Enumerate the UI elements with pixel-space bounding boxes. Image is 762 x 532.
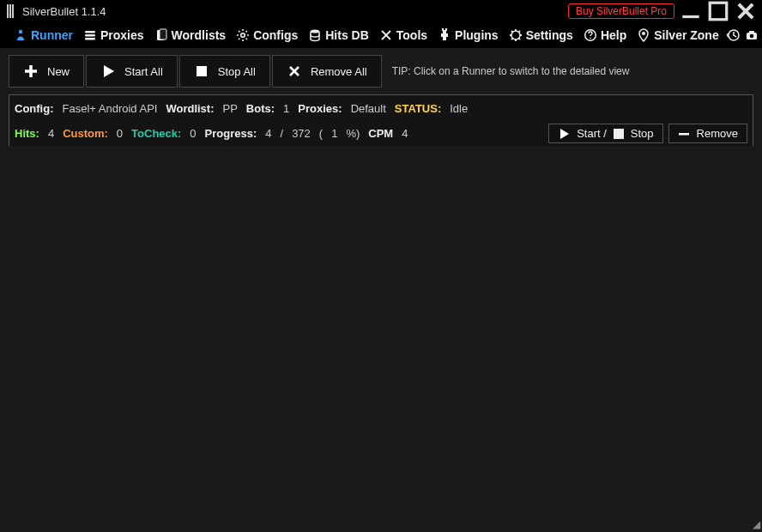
status-row-1: Config: Fasel+ Android API Wordlist: PP … — [15, 102, 747, 115]
button-label: Stop All — [218, 65, 256, 78]
svg-rect-4 — [85, 34, 95, 37]
progress-current: 4 — [265, 127, 271, 140]
nav-label: Settings — [526, 28, 573, 42]
svg-rect-23 — [197, 66, 207, 76]
bots-label: Bots: — [246, 102, 275, 115]
svg-point-12 — [513, 33, 517, 37]
start-all-button[interactable]: Start All — [86, 55, 178, 88]
play-icon — [100, 63, 116, 79]
nav-plugins[interactable]: Plugins — [434, 27, 502, 44]
button-label: New — [47, 65, 70, 78]
tools-icon — [379, 28, 393, 42]
nav-label: Wordlists — [172, 28, 227, 42]
titlebar: SilverBullet 1.1.4 Buy SilverBullet Pro — [0, 0, 762, 22]
svg-point-20 — [749, 33, 753, 38]
svg-rect-11 — [445, 28, 447, 31]
plus-icon — [23, 63, 39, 79]
buy-pro-button[interactable]: Buy SilverBullet Pro — [568, 3, 674, 19]
close-button[interactable] — [735, 0, 757, 22]
progress-total: 372 — [292, 127, 311, 140]
stop-icon — [194, 63, 209, 79]
start-stop-button[interactable]: Start / Stop — [548, 124, 662, 143]
status-value: Idle — [450, 102, 468, 115]
app-logo-icon — [7, 4, 14, 18]
bots-value: 1 — [283, 102, 289, 115]
progress-pct-sym: %) — [346, 127, 360, 140]
nav-proxies[interactable]: Proxies — [80, 27, 148, 44]
svg-point-9 — [311, 29, 319, 33]
nav-silver-zone[interactable]: Silver Zone — [633, 27, 722, 44]
nav-configs[interactable]: Configs — [233, 27, 301, 44]
nav-label: Runner — [31, 28, 73, 42]
cpm-value: 4 — [402, 127, 408, 140]
wordlists-icon — [154, 28, 168, 42]
plugins-icon — [438, 28, 451, 42]
new-button[interactable]: New — [9, 55, 84, 88]
nav-settings[interactable]: Settings — [505, 27, 577, 44]
progress-label: Progress: — [205, 127, 257, 140]
svg-rect-3 — [85, 31, 95, 33]
svg-rect-5 — [85, 38, 95, 40]
proxies-label: Proxies: — [298, 102, 342, 115]
config-label: Config: — [15, 102, 53, 115]
nav-label: Plugins — [455, 28, 499, 42]
work-area — [0, 146, 762, 532]
svg-point-16 — [642, 32, 645, 35]
stop-all-button[interactable]: Stop All — [179, 55, 270, 88]
svg-rect-7 — [160, 29, 166, 39]
nav-bar: Runner Proxies Wordlists Configs Hits DB… — [0, 22, 762, 48]
wordlist-label: Wordlist: — [166, 102, 214, 115]
remove-all-button[interactable]: Remove All — [272, 55, 382, 88]
maximize-button[interactable] — [707, 0, 729, 22]
status-label: STATUS: — [395, 102, 441, 115]
hits-label: Hits: — [15, 127, 39, 140]
custom-label: Custom: — [63, 127, 108, 140]
nav-tools[interactable]: Tools — [376, 27, 431, 44]
nav-hits-db[interactable]: Hits DB — [305, 27, 372, 44]
app-title: SilverBullet 1.1.4 — [22, 5, 106, 18]
tocheck-label: ToCheck: — [131, 127, 181, 140]
hits-value: 4 — [48, 127, 54, 140]
nav-label: Hits DB — [325, 28, 369, 42]
database-icon — [308, 28, 322, 42]
cpm-label: CPM — [368, 127, 393, 140]
nav-runner[interactable]: Runner — [10, 27, 76, 44]
toolbar: New Start All Stop All Remove All TIP: C… — [0, 48, 762, 94]
nav-wordlists[interactable]: Wordlists — [151, 27, 230, 44]
remove-icon — [287, 63, 302, 79]
nav-label: Silver Zone — [654, 28, 718, 42]
progress-pct: 1 — [331, 127, 337, 140]
history-icon[interactable] — [726, 28, 740, 42]
stop-label: Stop — [631, 127, 654, 140]
nav-label: Tools — [396, 28, 427, 42]
status-row-2: Hits: 4 Custom: 0 ToCheck: 0 Progress: 4… — [15, 124, 747, 143]
svg-rect-24 — [679, 133, 689, 136]
svg-point-15 — [590, 37, 591, 39]
button-label: Remove All — [311, 65, 367, 78]
progress-lparen: ( — [319, 127, 323, 140]
remove-label: Remove — [697, 127, 738, 140]
proxies-icon — [83, 28, 97, 42]
remove-button[interactable]: Remove — [668, 124, 747, 143]
wordlist-value: PP — [223, 102, 238, 115]
minimize-button[interactable] — [680, 0, 702, 22]
camera-icon[interactable] — [745, 28, 759, 42]
configs-icon — [236, 28, 250, 42]
custom-value: 0 — [117, 127, 123, 140]
svg-rect-10 — [442, 28, 444, 31]
runner-icon — [14, 28, 27, 42]
runner-status-panel[interactable]: Config: Fasel+ Android API Wordlist: PP … — [9, 94, 753, 151]
svg-rect-0 — [682, 15, 699, 18]
config-value: Fasel+ Android API — [62, 102, 157, 115]
progress-sep: / — [281, 127, 284, 140]
nav-help[interactable]: Help — [580, 27, 630, 44]
help-icon — [584, 28, 597, 42]
location-icon — [637, 28, 650, 42]
nav-label: Proxies — [100, 28, 144, 42]
svg-rect-1 — [710, 3, 727, 20]
play-icon — [558, 128, 570, 140]
stop-icon — [614, 129, 624, 139]
svg-point-8 — [241, 33, 245, 37]
resize-grip-icon[interactable]: ◢ — [753, 518, 760, 530]
minus-icon — [678, 128, 690, 140]
